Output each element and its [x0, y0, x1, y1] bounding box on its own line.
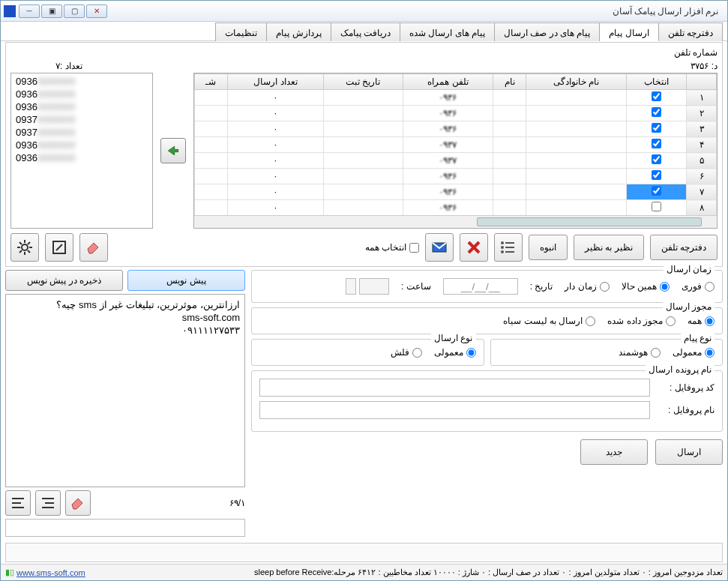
bulk-button[interactable]: انبوه: [529, 235, 568, 260]
col-sh[interactable]: شـ: [195, 74, 228, 90]
col-name[interactable]: نام: [493, 74, 526, 90]
radio-msg-normal[interactable]: معمولی: [673, 347, 715, 358]
radio-perm-permitted[interactable]: مجوز داده شده: [607, 316, 676, 326]
website-link[interactable]: www.sms-soft.com: [16, 568, 85, 577]
tab-send[interactable]: ارسال پیام: [599, 22, 658, 41]
table-row: ۱۰۹۳۶·: [195, 90, 717, 106]
save-draft-button[interactable]: ذخیره در پیش نویس: [5, 270, 123, 291]
table-row: ۵۰۹۳۷·: [195, 153, 717, 169]
move-left-button[interactable]: [160, 138, 186, 163]
radio-send-flash[interactable]: فلش: [391, 347, 422, 358]
left-count: تعداد :۷: [55, 61, 82, 71]
send-time-group: زمان ارسال فوری همین حالا زمان دار تاریخ…: [251, 270, 723, 303]
phone-count: د: ۳۷۵۶: [691, 61, 718, 71]
mail-icon-button[interactable]: [425, 233, 454, 262]
table-row: ۲۰۹۳۶·: [195, 106, 717, 121]
radio-perm-blacklist[interactable]: ارسال به لیست سیاه: [503, 316, 595, 326]
svg-point-2: [501, 250, 504, 253]
extra-input[interactable]: [5, 519, 245, 537]
list-icon-button[interactable]: [494, 233, 523, 262]
new-button[interactable]: جدید: [580, 439, 648, 465]
app-icon: [4, 5, 16, 17]
table-row: ۷۰۹۳۶·: [195, 184, 717, 200]
col-family[interactable]: نام خانوادگی: [526, 74, 627, 90]
align-right-button[interactable]: [35, 490, 61, 516]
radio-send-normal[interactable]: معمولی: [434, 347, 476, 358]
minimize-button[interactable]: ─: [19, 4, 40, 18]
send-type-group: نوع ارسال معمولی فلش: [251, 339, 484, 366]
select-all-checkbox[interactable]: انتخاب همه: [365, 242, 419, 253]
list-item: 09360000000: [13, 75, 151, 88]
date-input[interactable]: [443, 278, 518, 295]
status-bar: ▮▯ www.sms-soft.com تعداد مزدوجین امروز …: [1, 564, 727, 580]
list-item: 09360000000: [13, 139, 151, 151]
table-row: ۸۰۹۳۶·: [195, 200, 717, 216]
table-row: ۶۰۹۳۶·: [195, 169, 717, 184]
edit-icon-button[interactable]: [45, 233, 73, 262]
profile-group: نام پرونده ارسال کد پروفایل : نام پروفای…: [251, 370, 723, 432]
bottom-strip: [5, 543, 723, 562]
send-permission-group: مجوز ارسال همه مجوز داده شده ارسال به لی…: [251, 307, 723, 334]
status-text: تعداد مزدوجین امروز : ۰ تعداد متولدین ام…: [85, 568, 723, 577]
col-count[interactable]: تعداد ارسال: [227, 74, 323, 90]
delete-icon-button[interactable]: [460, 233, 488, 262]
table-row: ۴۰۹۳۷·: [195, 137, 717, 153]
list-item: 09370000000: [13, 126, 151, 139]
list-item: 09360000000: [13, 100, 151, 113]
contacts-grid[interactable]: انتخاب نام خانوادگی نام تلفن همراه تاریخ…: [193, 73, 718, 229]
time-spinner[interactable]: [346, 278, 356, 295]
one-to-one-button[interactable]: نظیر به نظیر: [574, 235, 644, 260]
message-textarea[interactable]: ارزانترین، موثرترین، تبلیغات غیر از sms …: [5, 294, 245, 487]
tab-sent[interactable]: پیام های ارسال شده: [400, 22, 495, 41]
tab-receive[interactable]: دریافت پیامک: [331, 22, 400, 41]
settings-icon-button[interactable]: [10, 233, 39, 262]
svg-point-0: [501, 241, 504, 244]
radio-msg-smart[interactable]: هوشمند: [619, 347, 661, 358]
table-row: ۳۰۹۳۶·: [195, 121, 717, 137]
align-left-button[interactable]: [5, 490, 31, 516]
window-title: نرم افزار ارسال پیامک آسان: [107, 6, 724, 16]
restore-button[interactable]: ▣: [41, 4, 62, 18]
list-item: 09370000000: [13, 113, 151, 126]
app-window: ─ ▣ ▢ ✕ نرم افزار ارسال پیامک آسان دفترچ…: [0, 0, 728, 581]
tab-phonebook[interactable]: دفترچه تلفن: [658, 22, 723, 41]
maximize-button[interactable]: ▢: [64, 4, 85, 18]
phone-title: شماره تلفن: [674, 47, 718, 58]
selected-numbers-list[interactable]: 09360000000 09360000000 09360000000 0937…: [10, 73, 153, 229]
msg-type-group: نوع پیام معمولی هوشمند: [490, 339, 724, 366]
svg-point-5: [22, 244, 28, 250]
tab-queue[interactable]: پیام های در صف ارسال: [494, 22, 600, 41]
phonebook-button[interactable]: دفترچه تلفن: [650, 235, 718, 260]
radio-perm-all[interactable]: همه: [688, 316, 715, 326]
col-regdate[interactable]: تاریخ ثبت: [324, 74, 403, 90]
profile-code-input[interactable]: [259, 379, 650, 397]
profile-name-input[interactable]: [259, 401, 650, 419]
list-item: 09360000000: [13, 151, 151, 164]
col-select[interactable]: انتخاب: [627, 74, 687, 90]
send-button[interactable]: ارسال: [655, 439, 723, 465]
close-button[interactable]: ✕: [86, 4, 107, 18]
col-rownum: [687, 74, 717, 90]
radio-now[interactable]: همین حالا: [622, 281, 670, 292]
main-tabs: دفترچه تلفن ارسال پیام پیام های در صف ار…: [1, 22, 727, 41]
radio-immediate[interactable]: فوری: [682, 281, 715, 292]
time-select[interactable]: [359, 278, 389, 295]
list-item: 09360000000: [13, 88, 151, 100]
tab-settings[interactable]: تنظیمات: [215, 22, 267, 41]
phone-section: شماره تلفن د: ۳۷۵۶ تعداد :۷ انتخاب نام خ…: [5, 42, 723, 267]
draft-button[interactable]: پیش نویس: [127, 270, 245, 291]
char-counter: ۶۹/۱: [229, 498, 245, 508]
radio-scheduled[interactable]: زمان دار: [565, 281, 609, 292]
erase-icon-button[interactable]: [79, 233, 108, 262]
svg-point-1: [501, 246, 504, 249]
col-mobile[interactable]: تلفن همراه: [403, 74, 493, 90]
erase-msg-button[interactable]: [65, 490, 91, 516]
tab-process[interactable]: پردازش پیام: [266, 22, 331, 41]
grid-hscroll[interactable]: [194, 215, 717, 228]
titlebar: ─ ▣ ▢ ✕ نرم افزار ارسال پیامک آسان: [1, 1, 727, 22]
